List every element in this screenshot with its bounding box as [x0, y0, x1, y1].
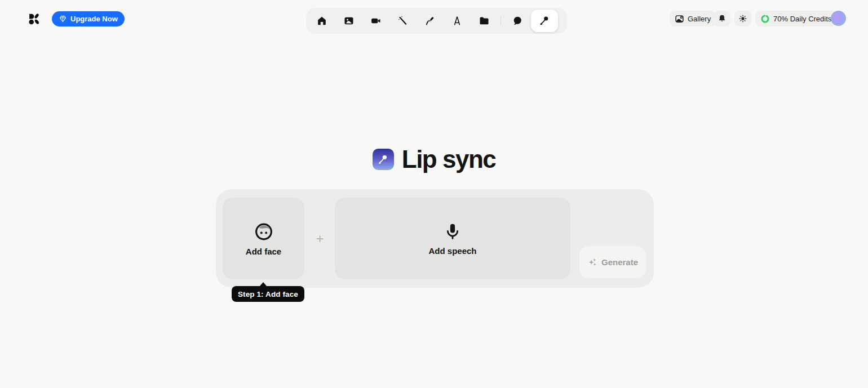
upgrade-now-button[interactable]: Upgrade Now — [52, 11, 125, 26]
tab-enhance[interactable] — [389, 10, 417, 32]
user-avatar[interactable] — [831, 11, 846, 26]
generate-button[interactable]: Generate — [579, 246, 646, 278]
page-title-row: Lip sync — [0, 145, 868, 173]
step-tooltip: Step 1: Add face — [232, 286, 304, 302]
drafting-compass-icon — [451, 15, 463, 26]
folder-icon — [479, 15, 490, 26]
add-speech-button[interactable]: Add speech — [335, 198, 570, 279]
tab-realtime[interactable] — [444, 10, 471, 32]
page-title: Lip sync — [402, 145, 496, 173]
krea-logo[interactable] — [27, 12, 41, 26]
generate-label: Generate — [601, 257, 638, 267]
upgrade-now-label: Upgrade Now — [70, 15, 118, 23]
progress-ring-icon — [760, 14, 770, 24]
microphone-icon — [443, 222, 462, 241]
tab-edit[interactable] — [417, 10, 444, 32]
notifications-button[interactable] — [714, 11, 730, 26]
pen-icon — [424, 15, 436, 26]
daily-credits-label: 70% Daily Credits — [773, 15, 831, 23]
step-tooltip-text: Step 1: Add face — [238, 290, 298, 298]
add-face-label: Add face — [246, 247, 281, 256]
face-icon — [254, 221, 274, 242]
lip-sync-gradient-icon — [373, 149, 394, 170]
tab-home[interactable] — [308, 10, 335, 32]
video-camera-icon — [370, 15, 382, 26]
sun-icon — [738, 14, 747, 23]
sparkles-icon — [587, 257, 597, 267]
add-speech-label: Add speech — [428, 246, 476, 256]
tab-lip-sync[interactable] — [531, 10, 558, 32]
bell-icon — [718, 14, 727, 23]
theme-toggle-button[interactable] — [734, 11, 751, 26]
tab-image[interactable] — [335, 10, 362, 32]
plus-icon: + — [313, 198, 327, 279]
tab-chat[interactable] — [504, 10, 531, 32]
magic-wand-icon — [397, 15, 409, 26]
image-icon — [343, 15, 355, 26]
tab-assets[interactable] — [471, 10, 498, 32]
main-nav-toolbar — [306, 8, 567, 34]
gallery-icon — [675, 14, 684, 24]
chat-bubble-icon — [512, 15, 523, 26]
toolbar-divider — [501, 16, 501, 25]
add-face-button[interactable]: Add face — [223, 198, 304, 279]
lip-sync-composer-panel: Add face + Add speech Generate — [216, 189, 654, 288]
home-icon — [316, 15, 327, 26]
gem-icon — [59, 15, 67, 23]
tooltip-caret — [260, 282, 267, 286]
gallery-button[interactable]: Gallery — [670, 11, 716, 26]
tab-video[interactable] — [362, 10, 389, 32]
gallery-label: Gallery — [688, 15, 711, 23]
daily-credits-button[interactable]: 70% Daily Credits — [755, 11, 836, 26]
microphone-icon — [539, 15, 550, 26]
